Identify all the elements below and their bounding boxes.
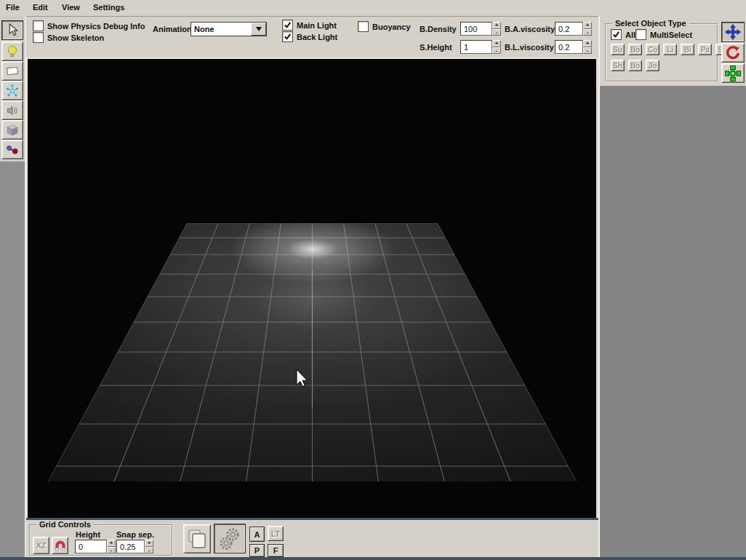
select-object-type-group: Select Object Type All MultiSelect Su Bo… [605, 23, 718, 82]
b-density-field[interactable]: 100 [460, 22, 492, 36]
particle-tool-button[interactable] [1, 81, 23, 100]
physics-gears-button[interactable] [214, 524, 246, 553]
spinner-up-button[interactable]: + [107, 540, 116, 547]
height-label: Height [76, 530, 100, 539]
type-button-bi[interactable]: Bi [681, 44, 694, 55]
checkbox-box [33, 32, 44, 43]
type-button-bo[interactable]: Bo [628, 44, 642, 55]
spinner-down-button[interactable]: - [583, 47, 592, 55]
sound-tool-button[interactable] [1, 100, 23, 120]
checkbox-box [635, 29, 646, 40]
snap-magnet-button[interactable] [52, 537, 68, 554]
multiselect-checkbox[interactable]: MultiSelect [635, 29, 692, 40]
all-label: All [625, 31, 635, 39]
bl-viscosity-value: 0.2 [558, 43, 569, 52]
menu-file[interactable]: File [6, 3, 20, 12]
ground-grid [28, 59, 596, 518]
xz-plane-button[interactable]: XZ [33, 537, 49, 554]
check-icon [284, 33, 292, 41]
scale-tool-button[interactable] [721, 63, 745, 83]
select-object-type-title: Select Object Type [612, 19, 689, 28]
animation-dropdown[interactable]: None [190, 22, 267, 36]
buoyancy-checkbox[interactable]: Buoyancy [358, 21, 411, 32]
spinner-down-button[interactable]: - [492, 47, 501, 55]
checkbox-box [282, 31, 293, 42]
b-density-value: 100 [464, 25, 477, 33]
spinner-up-button[interactable]: + [145, 540, 153, 547]
left-toolbar [0, 16, 26, 557]
show-skeleton-checkbox[interactable]: Show Skeleton [33, 32, 104, 43]
app-window: File Edit View Settings Show Physics Deb… [0, 0, 746, 560]
spinner-down-button[interactable]: - [583, 29, 592, 36]
spinner-down-button[interactable]: - [492, 29, 501, 36]
right-panel: Select Object Type All MultiSelect Su Bo… [598, 16, 746, 557]
rotate-tool-button[interactable] [721, 43, 745, 63]
checkbox-box [33, 20, 44, 31]
mode-a-button[interactable]: A [249, 527, 265, 542]
menu-edit[interactable]: Edit [33, 3, 48, 12]
height-field[interactable]: 0 [75, 540, 107, 553]
ba-viscosity-spinner: + - [583, 22, 592, 36]
window-bottom-edge [0, 557, 746, 560]
type-button-pa[interactable]: Pa [698, 44, 712, 55]
height-spinner: + - [107, 540, 116, 553]
checkbox-box [282, 20, 293, 31]
menu-view[interactable]: View [62, 3, 80, 12]
light-tool-button[interactable] [1, 41, 23, 61]
b-density-spinner: + - [492, 22, 501, 36]
type-button-bo2[interactable]: Bo [628, 60, 642, 71]
menu-settings[interactable]: Settings [93, 3, 124, 12]
s-height-field[interactable]: 1 [460, 40, 492, 54]
magnet-icon [54, 540, 67, 552]
all-checkbox[interactable]: All [611, 29, 635, 40]
back-light-checkbox[interactable]: Back Light [282, 31, 337, 42]
grid-controls-title: Grid Controls [36, 520, 94, 529]
menu-bar: File Edit View Settings [0, 0, 746, 17]
type-buttons-row1: Su Bo Co Li Bi Pa So [611, 44, 731, 55]
gears-icon [218, 527, 241, 551]
ba-viscosity-value: 0.2 [558, 25, 569, 33]
back-light-label: Back Light [297, 33, 337, 41]
animation-label: Animation [153, 25, 192, 33]
s-height-spinner: + - [492, 40, 501, 54]
type-button-su[interactable]: Su [611, 44, 625, 55]
b-density-label: B.Density [420, 25, 457, 33]
spinner-down-button[interactable]: - [107, 547, 116, 554]
move-tool-button[interactable] [721, 22, 745, 42]
cube-tool-icon [6, 124, 19, 137]
snap-sep-field[interactable]: 0.25 [116, 540, 145, 553]
spinner-down-button[interactable]: - [145, 547, 153, 554]
spinner-up-button[interactable]: + [492, 40, 501, 47]
multiselect-label: MultiSelect [650, 31, 692, 39]
main-light-checkbox[interactable]: Main Light [282, 20, 337, 31]
type-button-co[interactable]: Co [646, 44, 659, 55]
plane-tool-button[interactable] [1, 61, 23, 81]
show-skeleton-label: Show Skeleton [47, 33, 104, 42]
light-tool-icon [7, 45, 18, 57]
cube-tool-button[interactable] [1, 120, 23, 140]
duplicate-button[interactable] [183, 524, 211, 553]
bl-viscosity-field[interactable]: 0.2 [555, 40, 583, 54]
s-height-value: 1 [464, 43, 468, 52]
viewport-3d[interactable] [26, 57, 598, 519]
mode-p-button[interactable]: P [249, 544, 265, 557]
select-tool-button[interactable] [1, 20, 23, 40]
ba-viscosity-field[interactable]: 0.2 [555, 22, 583, 36]
dropdown-arrow-button[interactable] [251, 23, 266, 36]
spinner-up-button[interactable]: + [583, 40, 592, 47]
mode-f-button[interactable]: F [268, 544, 284, 557]
sound-tool-icon [6, 105, 19, 116]
spinner-up-button[interactable]: + [583, 22, 592, 29]
duplicate-icon [187, 528, 207, 550]
mode-lt-button[interactable]: LT [268, 526, 284, 541]
type-button-jo[interactable]: Jo [646, 60, 659, 71]
show-physics-debug-checkbox[interactable]: Show Physics Debug Info [33, 20, 145, 31]
main-light-label: Main Light [297, 21, 337, 30]
plane-tool-icon [6, 65, 19, 76]
move-tool-icon [724, 23, 742, 41]
dropdown-arrow-icon [256, 27, 262, 31]
spinner-up-button[interactable]: + [492, 22, 501, 29]
type-button-li[interactable]: Li [663, 44, 677, 55]
joint-tool-button[interactable] [1, 140, 23, 159]
type-button-sh[interactable]: Sh [611, 60, 625, 71]
